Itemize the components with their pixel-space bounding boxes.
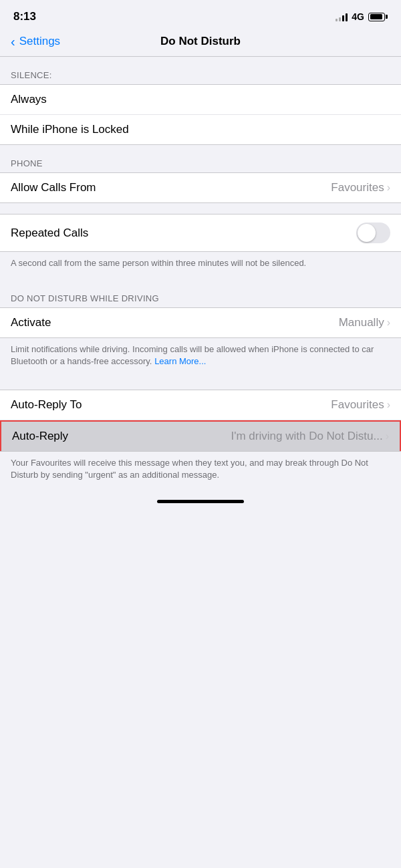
autoreply-chevron-icon: › — [386, 430, 389, 442]
driving-footer: Limit notifications while driving. Incom… — [0, 338, 401, 378]
autoreply-to-value-text: Favourites — [331, 398, 384, 412]
repeated-calls-section: Repeated Calls A second call from the sa… — [0, 214, 401, 280]
nav-bar: ‹ Settings Do Not Disturb — [0, 29, 401, 57]
repeated-calls-cell: Repeated Calls — [0, 214, 401, 251]
repeated-calls-cell-group: Repeated Calls — [0, 214, 401, 252]
allow-calls-value: Favourites › — [331, 181, 390, 194]
activate-cell[interactable]: Activate Manually › — [0, 308, 401, 337]
divider-2 — [0, 379, 401, 390]
autoreply-value-text: I'm driving with Do Not Distu... — [231, 430, 383, 443]
home-indicator — [0, 492, 401, 509]
repeated-calls-footer-text: A second call from the same person withi… — [11, 258, 306, 268]
while-locked-cell[interactable]: While iPhone is Locked — [0, 115, 401, 144]
phone-header: PHONE — [0, 145, 401, 172]
driving-header: DO NOT DISTURB WHILE DRIVING — [0, 280, 401, 307]
autoreply-to-value: Favourites › — [331, 398, 390, 412]
battery-icon — [368, 13, 388, 21]
repeated-calls-footer: A second call from the same person withi… — [0, 252, 401, 280]
driving-section: DO NOT DISTURB WHILE DRIVING Activate Ma… — [0, 280, 401, 378]
repeated-calls-toggle[interactable] — [356, 223, 390, 243]
autoreply-to-chevron-icon: › — [387, 399, 390, 411]
autoreply-section: Auto-Reply To Favourites › Auto-Reply I'… — [0, 390, 401, 492]
network-type: 4G — [352, 11, 364, 22]
status-time: 8:13 — [13, 10, 36, 23]
allow-calls-chevron-icon: › — [387, 182, 390, 194]
activate-label: Activate — [11, 316, 51, 329]
silence-cell-group: Always While iPhone is Locked — [0, 84, 401, 145]
phone-section: PHONE Allow Calls From Favourites › — [0, 145, 401, 203]
activate-value-text: Manually — [339, 316, 384, 329]
phone-cell-group: Allow Calls From Favourites › — [0, 172, 401, 203]
allow-calls-label: Allow Calls From — [11, 181, 96, 194]
toggle-knob — [358, 224, 376, 242]
silence-header: SILENCE: — [0, 57, 401, 84]
page-title: Do Not Disturb — [160, 35, 241, 48]
back-chevron-icon: ‹ — [11, 35, 15, 48]
back-label: Settings — [19, 35, 60, 48]
autoreply-cell-group: Auto-Reply To Favourites › Auto-Reply I'… — [0, 390, 401, 452]
allow-calls-cell[interactable]: Allow Calls From Favourites › — [0, 173, 401, 202]
autoreply-value: I'm driving with Do Not Distu... › — [231, 430, 389, 443]
home-bar — [157, 500, 244, 503]
learn-more-link[interactable]: Learn More... — [154, 356, 206, 366]
activate-cell-group: Activate Manually › — [0, 307, 401, 338]
autoreply-to-cell[interactable]: Auto-Reply To Favourites › — [0, 390, 401, 420]
status-icons: 4G — [336, 11, 388, 22]
allow-calls-value-text: Favourites — [331, 181, 384, 194]
back-button[interactable]: ‹ Settings — [11, 35, 60, 48]
autoreply-footer: Your Favourites will receive this messag… — [0, 452, 401, 492]
activate-chevron-icon: › — [387, 317, 390, 329]
autoreply-label: Auto-Reply — [12, 430, 68, 443]
silence-section: SILENCE: Always While iPhone is Locked — [0, 57, 401, 145]
activate-value: Manually › — [339, 316, 390, 329]
status-bar: 8:13 4G — [0, 0, 401, 29]
always-cell[interactable]: Always — [0, 85, 401, 115]
divider-1 — [0, 203, 401, 214]
autoreply-cell[interactable]: Auto-Reply I'm driving with Do Not Distu… — [0, 420, 401, 451]
always-label: Always — [11, 93, 47, 106]
repeated-calls-label: Repeated Calls — [11, 227, 88, 240]
autoreply-to-label: Auto-Reply To — [11, 398, 82, 412]
signal-icon — [336, 12, 348, 21]
while-locked-label: While iPhone is Locked — [11, 123, 129, 136]
autoreply-footer-text: Your Favourites will receive this messag… — [11, 458, 368, 480]
